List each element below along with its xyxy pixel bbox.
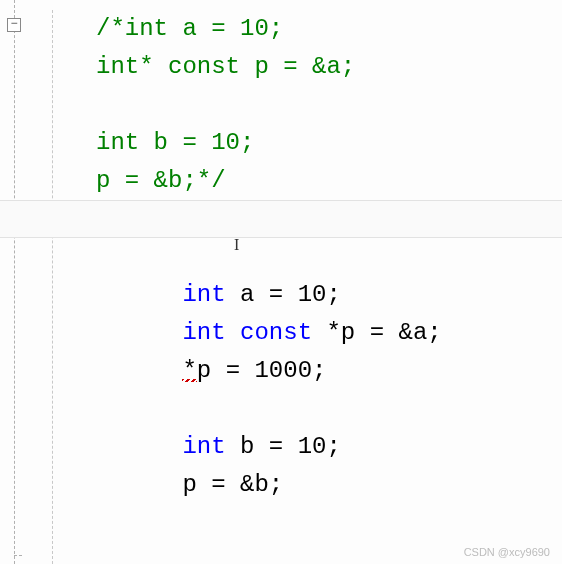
code-area[interactable]: /*int a = 10; int* const p = &a; int b =… (40, 0, 562, 564)
code-line[interactable]: p = &b;*/ (52, 162, 562, 200)
code-line[interactable] (52, 86, 562, 124)
code-line[interactable]: int* const p = &a; (52, 48, 562, 86)
fold-minus-icon[interactable]: − (7, 18, 21, 32)
code-line[interactable]: int b = 10; (52, 124, 562, 162)
code-line[interactable]: *p = 1000; (52, 314, 562, 352)
code-line[interactable]: /*int a = 10; (52, 10, 562, 48)
code-line[interactable]: int const *p = &a; (52, 276, 562, 314)
fold-end-marker (14, 555, 22, 556)
code-line[interactable]: p = &b; (52, 428, 562, 466)
cursor-line[interactable] (0, 200, 562, 238)
gutter: − (0, 0, 40, 564)
code-line[interactable]: int b = 10; (52, 390, 562, 428)
code-line[interactable]: int a = 10; I (52, 238, 562, 276)
code-editor[interactable]: − /*int a = 10; int* const p = &a; int b… (0, 0, 562, 564)
code-text: p = &b; (182, 471, 283, 498)
fold-guide-line (14, 0, 15, 564)
code-line[interactable] (52, 352, 562, 390)
watermark: CSDN @xcy9690 (464, 546, 550, 558)
